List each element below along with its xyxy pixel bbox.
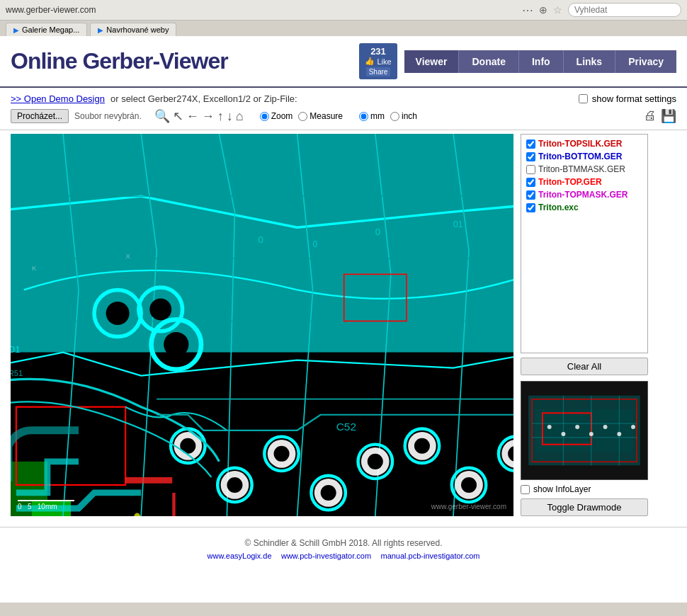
inch-label: inch <box>402 111 417 121</box>
inch-radio[interactable] <box>390 112 399 121</box>
svg-rect-53 <box>125 477 172 484</box>
layer-checkbox-topmask[interactable] <box>526 190 535 200</box>
svg-point-45 <box>106 302 130 325</box>
search-input[interactable] <box>568 3 681 17</box>
layer-item-topmask[interactable]: Triton-TOPMASK.GER <box>524 188 645 201</box>
open-demo-link[interactable]: >> Open Demo Design <box>11 93 105 104</box>
site-title: Online Gerber-Viewer <box>11 48 359 74</box>
svg-text:D1: D1 <box>11 344 21 355</box>
watermark: www.gerber-viewer.com <box>431 503 506 511</box>
print-icon[interactable]: 🖨 <box>644 108 657 124</box>
toolbar-row1: >> Open Demo Design or select Gerber274X… <box>11 93 676 104</box>
page-footer: © Schindler & Schill GmbH 2018. All righ… <box>0 527 687 571</box>
pointer-icon[interactable]: ↖ <box>173 108 183 124</box>
layer-item-bottom[interactable]: Triton-BOTTOM.GER <box>524 150 645 163</box>
format-settings-label: show format settings <box>592 93 676 104</box>
toolbar-desc: or select Gerber274X, Excellon1/2 or Zip… <box>110 93 297 104</box>
nav-tab-donate[interactable]: Donate <box>458 50 518 73</box>
inch-radio-label[interactable]: inch <box>390 111 417 121</box>
svg-rect-4 <box>11 353 513 516</box>
svg-text:X: X <box>125 252 130 260</box>
infolayer-label: show InfoLayer <box>533 484 591 494</box>
pocket-icon[interactable]: ⊕ <box>539 4 547 16</box>
svg-point-78 <box>603 425 608 429</box>
nav-tab-privacy[interactable]: Privacy <box>615 50 676 73</box>
measure-label: Measure <box>310 111 343 121</box>
layer-item-top[interactable]: Triton-TOP.GER <box>524 176 645 188</box>
svg-text:K: K <box>32 264 37 272</box>
mm-radio[interactable] <box>359 112 368 121</box>
browser-bar: www.gerber-viewer.com ⋯ ⊕ ☆ <box>0 0 687 21</box>
zoom-radio[interactable] <box>260 112 269 121</box>
fb-share-btn[interactable]: Share <box>366 67 391 76</box>
toggle-drawmode-button[interactable]: Toggle Drawmode <box>521 498 648 516</box>
zoom-radio-label[interactable]: Zoom <box>260 111 293 121</box>
layer-checkbox-exc[interactable] <box>526 203 535 212</box>
svg-point-74 <box>547 425 552 429</box>
layer-item-topsilk[interactable]: Triton-TOPSILK.GER <box>524 137 645 150</box>
svg-point-37 <box>227 477 242 493</box>
svg-point-80 <box>631 425 635 429</box>
arrow-left-icon[interactable]: ← <box>186 109 199 124</box>
svg-point-77 <box>589 432 594 436</box>
scale-bar: 0 5 10mm <box>18 500 74 511</box>
layer-item-btmmask[interactable]: Triton-BTMMASK.GER <box>524 163 645 176</box>
print-save-group: 🖨 💾 <box>644 108 676 124</box>
nav-tab-links[interactable]: Links <box>563 50 615 73</box>
svg-point-49 <box>164 332 188 357</box>
layer-checkbox-btmmask[interactable] <box>526 165 535 174</box>
layer-label-topsilk: Triton-TOPSILK.GER <box>538 139 622 149</box>
browse-button[interactable]: Procházet... <box>11 109 69 123</box>
layer-label-btmmask: Triton-BTMMASK.GER <box>538 164 625 174</box>
svg-rect-67 <box>535 409 633 451</box>
tab-2[interactable]: ▶ Navrhované weby <box>90 23 176 36</box>
svg-point-76 <box>575 425 579 429</box>
pcb-svg: D1 R51 C52 K X 0 0 <box>11 134 513 516</box>
layer-checkbox-bottom[interactable] <box>526 152 535 161</box>
measure-radio[interactable] <box>298 112 307 121</box>
home-icon[interactable]: ⌂ <box>236 109 244 124</box>
file-status: Soubor nevybrán. <box>74 111 142 121</box>
footer-links: www.easyLogix.de www.pcb-investigator.co… <box>11 551 676 561</box>
facebook-widget: 231 👍 Like Share <box>359 43 397 79</box>
layer-item-exc[interactable]: Triton.exc <box>524 201 645 214</box>
svg-point-47 <box>149 299 171 321</box>
footer-link-pcb-investigator[interactable]: www.pcb-investigator.com <box>281 552 371 560</box>
browser-url: www.gerber-viewer.com <box>6 5 516 15</box>
layer-checkbox-top[interactable] <box>526 178 535 187</box>
star-icon[interactable]: ☆ <box>553 4 562 16</box>
nav-icons: 🔍 ↖ ← → ↑ ↓ ⌂ <box>154 108 244 124</box>
footer-link-manual[interactable]: manual.pcb-investigator.com <box>380 552 479 560</box>
unit-radio-group: Zoom Measure <box>260 111 343 121</box>
browser-tabs: ▶ Galerie Megap... ▶ Navrhované weby <box>0 21 687 36</box>
viewer-canvas[interactable]: D1 R51 C52 K X 0 0 <box>11 134 513 516</box>
browser-menu-icon[interactable]: ⋯ <box>522 4 533 17</box>
format-settings-checkbox[interactable] <box>579 94 588 103</box>
svg-text:R51: R51 <box>11 369 23 377</box>
tab2-favicon: ▶ <box>98 26 103 34</box>
mm-radio-label[interactable]: mm <box>359 111 385 121</box>
infolayer-checkbox[interactable] <box>521 485 530 494</box>
svg-point-38 <box>274 446 290 462</box>
arrow-down-icon[interactable]: ↓ <box>227 109 233 124</box>
clear-all-button[interactable]: Clear All <box>521 358 648 375</box>
tab2-label: Navrhované weby <box>106 25 169 34</box>
layer-checkbox-topsilk[interactable] <box>526 139 535 149</box>
arrow-up-icon[interactable]: ↑ <box>217 109 224 124</box>
footer-link-easylogix[interactable]: www.easyLogix.de <box>208 552 272 560</box>
svg-text:0: 0 <box>375 227 380 237</box>
thumbs-up-icon: 👍 <box>365 57 375 66</box>
measure-radio-label[interactable]: Measure <box>298 111 343 121</box>
nav-tab-viewer[interactable]: Viewer <box>404 50 459 73</box>
zoom-out-icon[interactable]: 🔍 <box>154 108 170 124</box>
svg-point-39 <box>321 485 336 501</box>
nav-tab-info[interactable]: Info <box>518 50 563 73</box>
fb-like-btn[interactable]: 👍 Like <box>365 57 391 66</box>
page-header: Online Gerber-Viewer 231 👍 Like Share Vi… <box>0 36 687 88</box>
arrow-right-icon[interactable]: → <box>202 109 215 124</box>
layer-label-exc: Triton.exc <box>538 203 579 212</box>
footer-copyright: © Schindler & Schill GmbH 2018. All righ… <box>11 538 676 548</box>
save-icon[interactable]: 💾 <box>661 108 676 124</box>
nav-info-label: Info <box>532 56 550 67</box>
tab-1[interactable]: ▶ Galerie Megap... <box>6 23 87 36</box>
